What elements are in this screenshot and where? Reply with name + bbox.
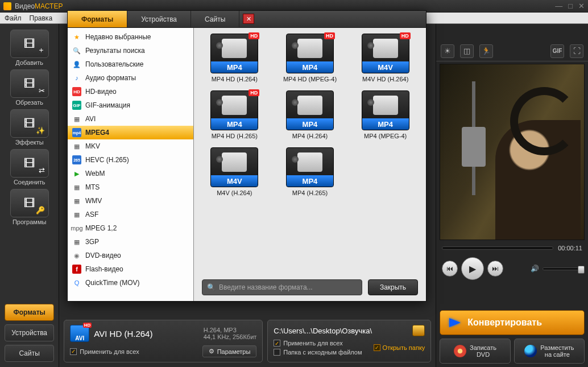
side-icon-6: ▦ [72,114,81,123]
side-icon-11: ▦ [72,183,81,192]
side-label-12: WMV [85,197,102,205]
same-folder-check[interactable]: Папка с исходным файлом [274,349,362,356]
side-item-14[interactable]: mpg MPEG 1,2 [68,221,193,235]
side-icon-9: 265 [72,155,81,164]
play-button[interactable]: ▶ [461,257,484,280]
side-item-1[interactable]: 🔍 Результаты поиска [68,44,193,57]
side-label-6: AVI [85,115,96,123]
format-caption-5: MP4 (MPEG-4) [364,133,407,139]
side-item-13[interactable]: ▦ ASF [68,208,193,221]
prev-button[interactable]: ⏮ [442,261,458,277]
volume-slider[interactable] [543,267,582,270]
side-label-11: MTS [85,183,100,191]
format-card-4[interactable]: MP4 MP4 (H.264) [278,90,343,139]
format-caption-2: M4V HD (H.264) [362,76,408,83]
fullscreen-icon[interactable]: ⛶ [570,44,583,58]
tab-formats[interactable]: Форматы [5,304,54,321]
params-button[interactable]: ⚙Параметры [202,345,257,357]
speed-icon[interactable]: 🏃 [479,44,493,58]
tool-4[interactable]: 🎞🔑 [10,189,49,217]
tool-3[interactable]: 🎞⇄ [10,149,49,178]
format-panel: AVI AVI HD (H.264) H.264, MP3 44,1 KHz, … [64,320,263,362]
next-button[interactable]: ⏭ [487,261,503,277]
side-icon-5: GIF [72,101,81,110]
tab-sites[interactable]: Сайты [5,345,54,362]
side-label-8: MKV [85,142,100,150]
seek-bar[interactable] [442,246,553,250]
side-item-10[interactable]: ▶ WebM [68,167,193,180]
side-item-4[interactable]: HD HD-видео [68,85,193,98]
window-close[interactable]: ✕ [578,2,585,10]
preview-pane: ☀ ◫ 🏃 GIF ⛶ 00:00:11 ⏮ ▶ ⏭ 🔊 Конвертиров… [436,24,588,367]
side-item-9[interactable]: 265 HEVC (H.265) [68,153,193,167]
format-search-input[interactable]: 🔍Введите название формата... [202,279,362,295]
side-item-16[interactable]: ◉ DVD-видео [68,249,193,262]
tool-1[interactable]: 🎞✂ [10,69,49,98]
format-card-2[interactable]: HD M4V M4V HD (H.264) [353,34,418,83]
format-card-1[interactable]: HD MP4 MP4 HD (MPEG-4) [278,34,343,83]
side-item-8[interactable]: ▦ MKV [68,139,193,153]
side-icon-13: ▦ [72,210,81,219]
format-card-0[interactable]: HD MP4 MP4 HD (H.264) [202,34,267,83]
popup-close-x[interactable]: ✕ [243,14,254,24]
side-item-6[interactable]: ▦ AVI [68,112,193,126]
side-icon-7: mp4 [72,128,81,137]
tool-label-0: Добавить [0,59,59,66]
publish-web-button[interactable]: Разместить на сайте [514,339,585,364]
format-card-6[interactable]: M4V M4V (H.264) [202,147,267,196]
tool-2[interactable]: 🎞✨ [10,109,49,138]
format-codec: H.264, MP3 [204,327,257,333]
popup-tab-formats[interactable]: Форматы [68,11,127,27]
popup-tab-devices[interactable]: Устройства [127,11,191,27]
side-label-3: Аудио форматы [85,74,136,82]
side-label-5: GIF-анимация [85,101,130,109]
crop-icon[interactable]: ◫ [460,44,474,58]
volume-icon[interactable]: 🔊 [531,265,539,273]
side-label-18: QuickTime (MOV) [85,279,140,287]
tab-devices[interactable]: Устройства [5,324,54,341]
popup-tab-sites[interactable]: Сайты [191,11,239,27]
side-item-5[interactable]: GIF GIF-анимация [68,98,193,112]
side-item-2[interactable]: 👤 Пользовательские [68,57,193,71]
menu-edit[interactable]: Правка [30,14,53,22]
burn-dvd-button[interactable]: Записать DVD [440,339,510,364]
side-item-11[interactable]: ▦ MTS [68,180,193,194]
menu-file[interactable]: Файл [5,14,22,22]
time-display: 00:00:11 [558,245,582,251]
convert-button[interactable]: Конвертировать [440,310,585,335]
format-caption-7: MP4 (H.265) [292,189,328,196]
brightness-icon[interactable]: ☀ [441,44,454,58]
gear-icon: ⚙ [209,348,214,355]
apply-all-check[interactable]: ✓Применить для всех [70,348,139,355]
tool-0[interactable]: 🎞＋ [10,30,49,58]
side-item-15[interactable]: ▦ 3GP [68,235,193,249]
side-item-18[interactable]: Q QuickTime (MOV) [68,276,193,290]
side-label-16: DVD-видео [85,251,121,259]
side-icon-1: 🔍 [72,46,81,55]
side-item-17[interactable]: f Flash-видео [68,262,193,276]
browse-folder-button[interactable] [412,325,425,336]
format-card-7[interactable]: MP4 MP4 (H.265) [278,147,343,196]
apply-all-folder-check[interactable]: ✓Применить для всех [274,340,362,347]
side-label-2: Пользовательские [85,60,144,68]
globe-icon [524,345,537,357]
window-minimize[interactable]: — [555,2,562,10]
format-card-3[interactable]: HD MP4 MP4 HD (H.265) [202,90,267,139]
side-item-3[interactable]: ♪ Аудио форматы [68,71,193,85]
side-item-12[interactable]: ▦ WMV [68,194,193,208]
side-icon-14: mpg [72,224,81,233]
side-label-17: Flash-видео [85,265,123,273]
side-icon-17: f [72,265,81,274]
side-item-7[interactable]: mp4 MPEG4 [68,126,193,139]
window-maximize[interactable]: □ [568,2,573,10]
format-caption-3: MP4 HD (H.265) [212,133,258,139]
video-preview[interactable] [440,64,585,240]
popup-close-button[interactable]: Закрыть [368,279,418,295]
app-title: ВидеоМАСТЕР [15,2,63,10]
side-label-15: 3GP [85,238,99,246]
gif-icon[interactable]: GIF [550,44,564,58]
side-icon-8: ▦ [72,142,81,151]
side-item-0[interactable]: ★ Недавно выбранные [68,30,193,44]
format-card-5[interactable]: MP4 MP4 (MPEG-4) [353,90,418,139]
open-folder-link[interactable]: ✓Открыть папку [374,344,425,351]
